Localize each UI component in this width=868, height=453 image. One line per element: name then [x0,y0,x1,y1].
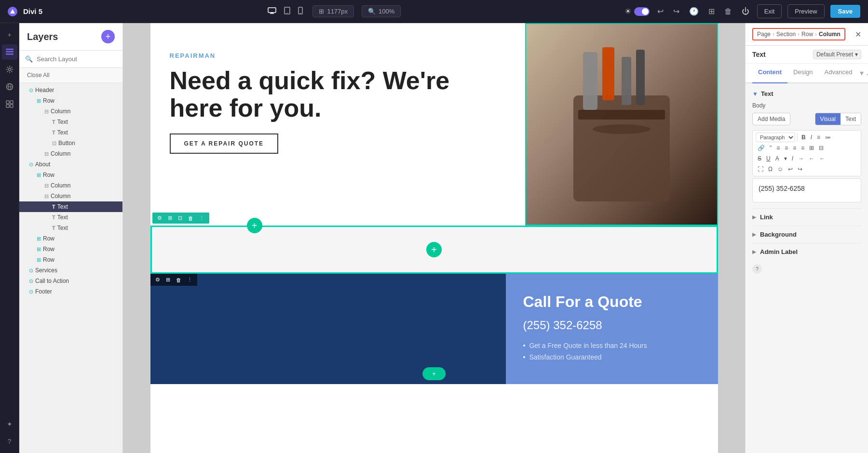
align-center-btn[interactable]: ≡ [783,143,790,153]
mobile-btn[interactable] [296,5,305,18]
link-btn[interactable]: 🔗 [756,143,767,153]
cta-settings-icon[interactable]: ⚙ [153,276,162,284]
visual-btn[interactable]: Visual [815,113,841,125]
breadcrumb-section[interactable]: Section [776,31,796,38]
width-display[interactable]: ⊞ 1177px [312,5,354,17]
table-more-btn[interactable]: ⊟ [817,143,826,153]
settings-icon[interactable] [2,62,17,77]
columns-icon[interactable]: ⊞ [706,5,717,18]
layer-item-text4[interactable]: T Text [19,212,122,223]
tab-content[interactable]: Content [752,64,787,83]
layer-item-footer[interactable]: ⊙ Footer [19,286,122,297]
close-panel-button[interactable]: ✕ [855,30,861,39]
close-all-button[interactable]: Close All [19,68,122,83]
exit-button[interactable]: Exit [757,4,782,18]
module-duplicate-icon[interactable]: ⊞ [166,214,174,222]
breadcrumb-page[interactable]: Page [757,31,771,38]
layer-item-header[interactable]: ⊙ Header [19,85,122,95]
tab-more[interactable]: ▾ ↗ [858,64,868,82]
trash-icon[interactable]: 🗑 [722,5,734,18]
layer-item-text2[interactable]: T Text [19,127,122,138]
layer-item-col3[interactable]: ⊟ Column [19,180,122,191]
module-delete-icon[interactable]: 🗑 [186,214,195,222]
cta-more-icon[interactable]: ⋮ [185,276,194,284]
preset-dropdown[interactable]: Default Preset ▾ [813,50,861,59]
admin-label-section-header[interactable]: ▶ Admin Label [752,248,861,255]
redo-editor-btn[interactable]: ↪ [796,164,804,174]
align-right-btn[interactable]: ≡ [791,143,798,153]
bold-btn[interactable]: B [800,133,808,142]
layer-item-about[interactable]: ⊙ About [19,159,122,170]
layer-item-button1[interactable]: ⊡ Button [19,138,122,148]
breadcrumb-column[interactable]: Column [819,31,841,38]
layer-item-cta[interactable]: ⊙ Call to Action [19,276,122,286]
layer-item-col2[interactable]: ⊟ Column [19,148,122,159]
add-column-button[interactable]: + [426,242,442,257]
outdent-btn[interactable]: ← [807,154,816,163]
text-mode-btn[interactable]: Text [841,113,861,125]
preview-button[interactable]: Preview [787,4,824,18]
power-icon[interactable]: ⏻ [740,5,751,18]
layer-item-col1[interactable]: ⊟ Column [19,106,122,117]
hero-cta-button[interactable]: GET A REPAIR QUOTE [170,133,279,154]
align-left-btn[interactable]: ≡ [774,143,782,153]
module-move-icon[interactable]: ⊡ [176,214,184,222]
link-section-header[interactable]: ▶ Link [752,213,861,221]
underline-btn[interactable]: U [764,154,773,163]
outdent2-btn[interactable]: ← [817,154,827,163]
save-button[interactable]: Save [830,5,860,18]
paragraph-select[interactable]: Paragraph Heading 1 Heading 2 [756,133,795,142]
add-module-button[interactable]: + [247,218,262,233]
module-settings-icon[interactable]: ⚙ [155,214,164,222]
tab-advanced[interactable]: Advanced [819,64,858,83]
layer-item-row5[interactable]: ⊞ Row [19,254,122,265]
tablet-btn[interactable] [282,5,292,18]
text-content-area[interactable]: (255) 352-6258 [752,178,861,202]
layer-item-text3[interactable]: T Text [19,201,122,212]
layer-item-col4[interactable]: ⊟ Column [19,191,122,201]
italic-btn[interactable]: I [809,133,814,142]
background-section-header[interactable]: ▶ Background [752,231,861,238]
theme-toggle[interactable] [634,7,650,16]
table-btn[interactable]: ⊞ [807,143,816,153]
add-row-button[interactable]: + [422,367,446,380]
tab-design[interactable]: Design [787,64,818,83]
layout-icon[interactable] [2,96,17,112]
fullscreen-btn[interactable]: ⛶ [756,164,765,174]
redo-icon[interactable]: ↪ [671,5,681,18]
special-char-btn[interactable]: Ω [766,164,774,174]
cta-duplicate-icon[interactable]: ⊞ [164,276,172,284]
layer-item-row3[interactable]: ⊞ Row [19,233,122,244]
layers-icon[interactable] [2,44,17,60]
layer-item-row4[interactable]: ⊞ Row [19,244,122,254]
layers-add-button[interactable]: + [101,30,115,43]
help-button[interactable]: ? [752,264,762,274]
ordered-list-btn[interactable]: ≔ [823,133,833,142]
layer-item-text5[interactable]: T Text [19,223,122,233]
italic2-btn[interactable]: I [790,154,795,163]
strikethrough-btn[interactable]: S [756,154,763,163]
add-module-icon[interactable]: + [2,27,17,42]
text-color-btn[interactable]: A [773,154,781,163]
align-justify-btn[interactable]: ≡ [799,143,806,153]
color-dropdown-btn[interactable]: ▾ [782,154,789,163]
canvas-scroll[interactable]: REPAIRMAN Need a quick fix? We're here f… [123,23,745,453]
tools-icon[interactable]: ✦ [2,416,17,432]
add-media-button[interactable]: Add Media [752,113,790,125]
blockquote-btn[interactable]: " [768,143,773,153]
layer-item-row2[interactable]: ⊞ Row [19,170,122,180]
layer-item-row1[interactable]: ⊞ Row [19,95,122,106]
cta-delete-icon[interactable]: 🗑 [174,276,183,284]
layer-item-text1[interactable]: T Text [19,117,122,127]
desktop-btn[interactable] [266,5,278,17]
breadcrumb-row[interactable]: Row [801,31,813,38]
help-icon[interactable]: ? [2,434,17,449]
zoom-display[interactable]: 🔍 100% [362,5,401,17]
undo-icon[interactable]: ↩ [655,5,665,18]
layer-item-services[interactable]: ⊙ Services [19,265,122,276]
module-more-icon[interactable]: ⋮ [197,214,206,222]
indent-btn[interactable]: → [796,154,806,163]
search-input[interactable] [37,55,118,63]
emoji-btn[interactable]: ☺ [775,164,785,174]
undo-editor-btn[interactable]: ↩ [786,164,795,174]
